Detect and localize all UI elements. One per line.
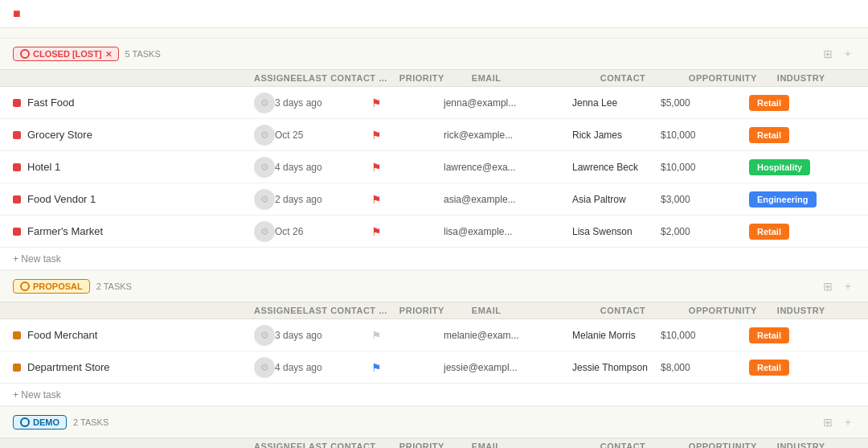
- sections-container: CLOSED [LOST]✕5 TASKS ⊞ ＋ ASSIGNEE LAST …: [0, 38, 868, 448]
- tasks-count: 2 TASKS: [96, 282, 132, 291]
- new-task-row[interactable]: + New task: [0, 384, 868, 406]
- avatar: ⚙: [254, 189, 275, 210]
- gear-icon: ⚙: [260, 194, 269, 205]
- opportunity-cell: $8,000: [661, 362, 749, 373]
- section-header-proposal: PROPOSAL2 TASKS ⊞ ＋: [0, 270, 868, 302]
- task-name-text: Farmer's Market: [27, 225, 103, 237]
- gear-icon: ⚙: [260, 162, 269, 173]
- last-contact-cell: 3 days ago: [275, 97, 371, 109]
- last-contact-cell: 4 days ago: [275, 162, 371, 173]
- table-header: ASSIGNEE LAST CONTACT ... PRIORITY EMAIL…: [0, 69, 868, 87]
- contact-cell: Jessie Thompson: [572, 362, 661, 373]
- priority-cell: ⚑: [371, 225, 444, 238]
- avatar: ⚙: [254, 125, 275, 146]
- new-task-row[interactable]: + New task: [0, 248, 868, 270]
- section-demo: DEMO2 TASKS ⊞ ＋ ASSIGNEE LAST CONTACT ..…: [0, 406, 868, 448]
- badge-closed-lost[interactable]: CLOSED [LOST]✕: [13, 47, 119, 61]
- table-row[interactable]: Farmer's Market ⚙ Oct 26 ⚑ lisa@example.…: [0, 216, 868, 248]
- add-section-btn[interactable]: ＋: [841, 413, 855, 431]
- industry-cell: Retail: [749, 129, 845, 141]
- table-row[interactable]: Food Merchant ⚙ 3 days ago ⚑ melanie@exa…: [0, 319, 868, 351]
- priority-cell: ⚑: [371, 361, 444, 374]
- badge-proposal[interactable]: PROPOSAL: [13, 279, 90, 294]
- col-priority: PRIORITY: [399, 442, 472, 448]
- col-last-contact: LAST CONTACT ...: [303, 73, 399, 83]
- tasks-count: 5 TASKS: [125, 49, 161, 59]
- industry-cell: Retail: [749, 225, 845, 237]
- badge-demo[interactable]: DEMO: [13, 415, 67, 430]
- x-icon: ✕: [105, 50, 112, 59]
- gear-icon: ⚙: [260, 362, 269, 373]
- opportunity-cell: $3,000: [661, 194, 749, 205]
- last-contact-cell: 4 days ago: [275, 362, 371, 373]
- priority-flag-icon: ⚑: [371, 97, 382, 109]
- header: ■: [0, 0, 868, 38]
- col-email: EMAIL: [472, 306, 600, 315]
- task-name-cell: Department Store: [13, 361, 254, 373]
- contact-cell: Lisa Swenson: [572, 226, 661, 237]
- opportunity-cell: $2,000: [661, 226, 749, 237]
- table-row[interactable]: Grocery Store ⚙ Oct 25 ⚑ rick@example...…: [0, 119, 868, 151]
- assignee-cell: ⚙: [254, 357, 275, 378]
- task-color-dot: [13, 228, 21, 236]
- grid-icon[interactable]: ⊞: [821, 413, 834, 431]
- priority-cell: ⚑: [371, 329, 444, 342]
- email-cell: asia@example...: [444, 194, 572, 205]
- new-task-link[interactable]: + New task: [13, 253, 61, 265]
- email-cell: melanie@exam...: [444, 330, 572, 341]
- last-contact-cell: Oct 25: [275, 129, 371, 141]
- col-contact: CONTACT: [600, 73, 689, 83]
- task-name-text: Food Merchant: [27, 329, 97, 341]
- industry-badge: Retail: [749, 95, 789, 111]
- last-contact-cell: 3 days ago: [275, 330, 371, 341]
- col-priority: PRIORITY: [399, 306, 472, 315]
- contact-cell: Jenna Lee: [572, 97, 661, 109]
- task-color-dot: [13, 131, 21, 139]
- industry-cell: Retail: [749, 361, 845, 373]
- priority-flag-icon: ⚑: [371, 129, 382, 142]
- industry-cell: Retail: [749, 329, 845, 341]
- industry-badge: Retail: [749, 327, 789, 343]
- assignee-cell: ⚙: [254, 125, 275, 146]
- add-section-btn[interactable]: ＋: [841, 45, 855, 63]
- task-name-text: Department Store: [27, 361, 110, 373]
- assignee-cell: ⚙: [254, 92, 275, 113]
- table-row[interactable]: Hotel 1 ⚙ 4 days ago ⚑ lawrence@exa... L…: [0, 151, 868, 183]
- assignee-cell: ⚙: [254, 325, 275, 346]
- industry-cell: Retail: [749, 97, 845, 109]
- priority-cell: ⚑: [371, 161, 444, 174]
- section-header-demo: DEMO2 TASKS ⊞ ＋: [0, 406, 868, 438]
- col-contact: CONTACT: [600, 306, 689, 315]
- gear-icon: ⚙: [260, 129, 269, 141]
- opportunity-cell: $10,000: [661, 330, 749, 341]
- grid-icon[interactable]: ⊞: [821, 45, 834, 63]
- col-email: EMAIL: [472, 442, 600, 448]
- industry-badge: Retail: [749, 127, 789, 143]
- col-email: EMAIL: [472, 73, 600, 83]
- new-task-link[interactable]: + New task: [13, 389, 61, 401]
- table-header: ASSIGNEE LAST CONTACT ... PRIORITY EMAIL…: [0, 438, 868, 448]
- email-cell: lisa@example...: [444, 226, 572, 237]
- section-actions: ⊞ ＋: [821, 413, 855, 431]
- task-name-cell: Food Merchant: [13, 329, 254, 341]
- avatar: ⚙: [254, 92, 275, 113]
- grid-icon[interactable]: ⊞: [821, 277, 834, 295]
- task-name-text: Grocery Store: [27, 129, 92, 141]
- contact-cell: Asia Paltrow: [572, 194, 661, 205]
- section-actions: ⊞ ＋: [821, 277, 855, 295]
- col-opportunity: OPPORTUNITY: [689, 306, 777, 315]
- tasks-count: 2 TASKS: [73, 417, 108, 427]
- table-row[interactable]: Food Vendor 1 ⚙ 2 days ago ⚑ asia@exampl…: [0, 183, 868, 216]
- email-cell: jenna@exampl...: [444, 97, 572, 109]
- col-industry: INDUSTRY: [777, 306, 868, 315]
- table-header: ASSIGNEE LAST CONTACT ... PRIORITY EMAIL…: [0, 302, 868, 319]
- section-closed-lost: CLOSED [LOST]✕5 TASKS ⊞ ＋ ASSIGNEE LAST …: [0, 38, 868, 270]
- table-row[interactable]: Fast Food ⚙ 3 days ago ⚑ jenna@exampl...…: [0, 87, 868, 119]
- add-section-btn[interactable]: ＋: [841, 277, 855, 295]
- task-name-text: Food Vendor 1: [27, 193, 96, 205]
- industry-cell: Hospitality: [749, 161, 845, 173]
- col-opportunity: OPPORTUNITY: [689, 73, 777, 83]
- table-row[interactable]: Department Store ⚙ 4 days ago ⚑ jessie@e…: [0, 351, 868, 384]
- gear-icon: ⚙: [260, 97, 269, 109]
- task-name-cell: Fast Food: [13, 97, 254, 109]
